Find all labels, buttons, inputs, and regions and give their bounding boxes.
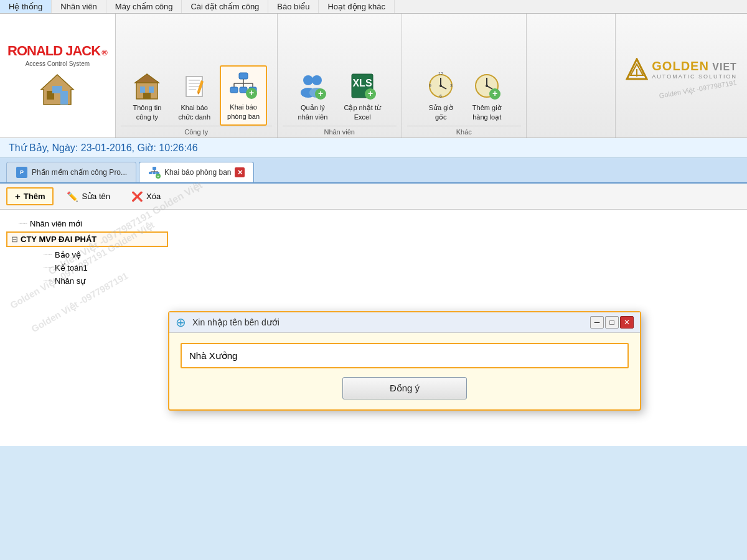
golden-viet-name: GOLDEN VIET [652, 59, 737, 73]
tab-khai-bao[interactable]: + Khai báo phòng ban ✕ [139, 162, 254, 182]
tree-collapse-icon: ⊟ [11, 235, 18, 244]
dialog-ok-label: Đồng ý [390, 383, 420, 393]
svg-text:9: 9 [429, 83, 431, 88]
dialog-maximize-btn[interactable]: □ [605, 316, 619, 329]
menu-bao-bieu[interactable]: Báo biểu [268, 0, 319, 13]
ribbon-group-label-nhan-vien: Nhân viên [283, 126, 397, 136]
dialog-minimize-btn[interactable]: ─ [590, 316, 604, 329]
btn-thong-tin-cong-ty[interactable]: Thông tin công ty [125, 67, 169, 126]
tree-panel: ┈┈ Nhân viên mới ⊟ CTY MVP ĐAI PHÁT ┈┈ B… [6, 217, 168, 439]
tree-dots-ke-toan: ┈┈ [44, 264, 52, 272]
tree-dots-bao-ve: ┈┈ [44, 251, 52, 259]
tree-item-nhan-su[interactable]: ┈┈ Nhân sự [6, 274, 168, 287]
tree-dots-1: ┈┈ [19, 220, 27, 228]
menu-nhan-vien[interactable]: Nhân viên [52, 0, 106, 13]
btn-cap-nhat-excel[interactable]: XLS + Cập nhật từ Excel [337, 67, 388, 126]
svg-text:3: 3 [450, 83, 453, 88]
dialog-close-btn[interactable]: ✕ [620, 316, 634, 329]
logo-area: RONALD JACK ® Access Control System [0, 14, 116, 138]
svg-rect-22 [230, 87, 238, 93]
datetime-text: Thứ Bảy, Ngày: 23-01-2016, Giờ: 10:26:46 [9, 142, 198, 153]
btn-label-excel: Cập nhật từ Excel [344, 103, 381, 121]
svg-text:+: + [368, 88, 373, 98]
ribbon-btns-nhan-vien: + Quản lý nhân viên XLS + Cập nhật từ Ex [291, 16, 388, 126]
menu-he-thong[interactable]: Hệ thống [0, 0, 52, 13]
ribbon-btns-cong-ty: Thông tin công ty Khai báo [125, 16, 267, 126]
svg-rect-6 [140, 86, 145, 93]
btn-label-them-gio: Thêm giờ hàng loạt [472, 103, 502, 121]
watermark-ribbon: Golden Việt -0977987191 [659, 78, 737, 100]
svg-text:+: + [318, 88, 323, 98]
btn-sua-ten-label: Sửa tên [82, 192, 110, 201]
btn-xoa[interactable]: ❌ Xóa [123, 188, 169, 205]
tree-item-ke-toan[interactable]: ┈┈ Kế toán1 [6, 261, 168, 274]
svg-rect-3 [52, 86, 62, 93]
golden-viet-subtitle: AUTOMATIC SOLUTION [652, 73, 737, 80]
svg-rect-7 [149, 86, 154, 93]
ribbon-group-label-khac: Khác [407, 126, 521, 136]
excel-icon: XLS + [347, 71, 377, 101]
svg-rect-59 [149, 172, 152, 174]
golden-viet-triangle-icon [626, 58, 648, 80]
tab-main[interactable]: P Phần mềm chấm công Pro... [6, 162, 136, 182]
svg-text:XLS: XLS [353, 78, 372, 88]
tree-label-bao-ve: Bảo vệ [55, 250, 81, 259]
pencil-icon [179, 71, 209, 101]
btn-label-phong-ban: Khai báo phòng ban [227, 103, 260, 121]
house-icon [39, 72, 76, 109]
btn-label-thong-tin: Thông tin công ty [133, 103, 161, 121]
svg-point-28 [312, 75, 322, 85]
btn-them[interactable]: + Thêm [6, 187, 54, 205]
menu-hoat-dong[interactable]: Hoạt động khác [319, 0, 395, 13]
tree-item-nhan-vien-moi[interactable]: ┈┈ Nhân viên mới [6, 217, 168, 230]
golden-viet-logo: GOLDEN VIET AUTOMATIC SOLUTION Golden Vi… [615, 14, 747, 138]
svg-text:+: + [157, 174, 159, 178]
btn-them-gio-hang-loat[interactable]: + Thêm giờ hàng loạt [465, 67, 509, 126]
btn-label-chuc-danh: Khai báo chức danh [178, 103, 210, 121]
toolbar: + Thêm ✏️ Sửa tên ❌ Xóa [0, 184, 747, 210]
group-people-icon: + [298, 71, 327, 101]
pencil-edit-icon: ✏️ [67, 191, 78, 202]
btn-khai-bao-chuc-danh[interactable]: Khai báo chức danh [171, 67, 217, 126]
brand-name: RONALD JACK [7, 43, 100, 59]
svg-text:12: 12 [438, 72, 443, 76]
svg-rect-8 [143, 93, 151, 99]
registered-mark: ® [101, 48, 108, 57]
svg-rect-60 [153, 172, 156, 174]
building-icon [132, 71, 162, 101]
svg-text:P: P [20, 169, 24, 175]
dialog-input-field[interactable] [181, 343, 629, 368]
tab-org-icon: + [148, 166, 161, 179]
ribbon-group-nhan-vien: + Quản lý nhân viên XLS + Cập nhật từ Ex [278, 14, 402, 138]
datetime-bar: Thứ Bảy, Ngày: 23-01-2016, Giờ: 10:26:46 [0, 138, 747, 158]
menu-bar: Hệ thống Nhân viên Máy chấm công Cài đặt… [0, 0, 747, 14]
svg-rect-23 [240, 87, 247, 93]
ribbon-group-label-cong-ty: Công ty [121, 126, 272, 136]
btn-khai-bao-phong-ban[interactable]: + Khai báo phòng ban [220, 65, 267, 126]
dialog: ⊕ Xin nhập tên bên dưới ─ □ ✕ Đồng ý [168, 311, 641, 411]
tree-dots-nhan-su: ┈┈ [44, 277, 52, 285]
btn-sua-gio-goc[interactable]: 12 3 6 9 Sửa giờ gốc [419, 67, 463, 126]
svg-rect-16 [239, 73, 248, 79]
tree-label-cty-mvp: CTY MVP ĐAI PHÁT [21, 235, 96, 244]
btn-label-quan-ly: Quản lý nhân viên [298, 103, 328, 121]
dialog-titlebar: ⊕ Xin nhập tên bên dưới ─ □ ✕ [169, 312, 640, 333]
clock-icon: 12 3 6 9 [426, 71, 456, 101]
tree-label-nhan-vien-moi: Nhân viên mới [30, 219, 82, 228]
menu-may-cham-cong[interactable]: Máy chấm công [106, 0, 182, 13]
dialog-ok-btn[interactable]: Đồng ý [342, 377, 467, 399]
svg-rect-56 [153, 167, 156, 170]
tree-item-bao-ve[interactable]: ┈┈ Bảo vệ [6, 248, 168, 261]
dialog-body: Đồng ý [169, 333, 640, 409]
tree-item-cty-mvp[interactable]: ⊟ CTY MVP ĐAI PHÁT [6, 231, 168, 247]
btn-them-label: Thêm [24, 192, 45, 201]
btn-quan-ly-nhan-vien[interactable]: + Quản lý nhân viên [291, 67, 334, 126]
btn-sua-ten[interactable]: ✏️ Sửa tên [59, 188, 118, 205]
tree-label-nhan-su: Nhân sự [55, 276, 85, 286]
tab-close-btn[interactable]: ✕ [235, 167, 245, 177]
svg-text:+: + [492, 88, 497, 98]
org-chart-icon: + [228, 70, 258, 100]
svg-text:6: 6 [439, 94, 442, 98]
menu-cai-dat[interactable]: Cài đặt chấm công [182, 0, 268, 13]
tab-main-label: Phần mềm chấm công Pro... [32, 168, 127, 177]
